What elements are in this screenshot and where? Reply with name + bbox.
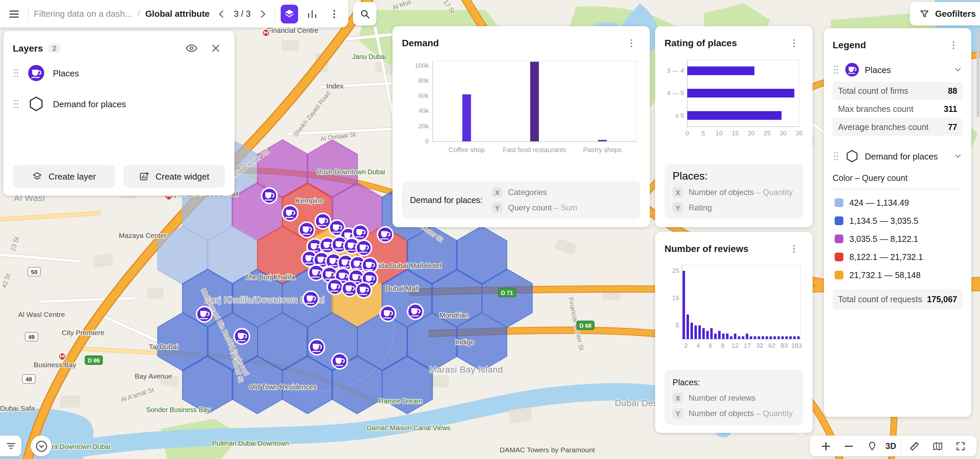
map-pin-tool-button[interactable] bbox=[862, 437, 881, 455]
create-widget-button[interactable]: Create widget bbox=[123, 165, 225, 188]
place-marker[interactable] bbox=[315, 214, 331, 229]
rating-bar[interactable] bbox=[687, 111, 782, 120]
breadcrumb-parent[interactable]: Filtering data on a dash... bbox=[34, 9, 132, 19]
reviews-bar[interactable] bbox=[762, 336, 764, 339]
zoom-out-button[interactable] bbox=[840, 437, 858, 455]
reviews-bar[interactable] bbox=[757, 336, 760, 339]
reviews-widget-menu-button[interactable] bbox=[784, 239, 803, 258]
reviews-bar[interactable] bbox=[797, 336, 799, 339]
reviews-bar[interactable] bbox=[702, 328, 705, 339]
place-marker[interactable] bbox=[327, 279, 343, 295]
fullscreen-button[interactable] bbox=[951, 437, 970, 455]
topbar-divider bbox=[275, 6, 276, 21]
reviews-bar[interactable] bbox=[722, 334, 724, 339]
place-marker[interactable] bbox=[356, 282, 371, 298]
reviews-bar[interactable] bbox=[726, 334, 729, 339]
reviews-bar[interactable] bbox=[746, 334, 748, 339]
prev-page-button[interactable] bbox=[215, 4, 228, 23]
more-options-button[interactable] bbox=[326, 4, 343, 23]
reviews-bar[interactable] bbox=[754, 336, 756, 339]
reviews-bar[interactable] bbox=[742, 336, 744, 339]
reviews-bar[interactable] bbox=[718, 331, 721, 339]
reviews-bar[interactable] bbox=[766, 336, 768, 339]
svg-text:4 — 5: 4 — 5 bbox=[667, 89, 684, 97]
reviews-widget-footer: Places: X Number of reviews Y Number of … bbox=[665, 370, 803, 425]
demand-widget-menu-button[interactable] bbox=[622, 33, 640, 52]
rating-bar[interactable] bbox=[687, 66, 754, 75]
hamburger-icon bbox=[8, 8, 20, 20]
reviews-bar[interactable] bbox=[710, 328, 713, 339]
close-layers-panel-button[interactable] bbox=[206, 39, 225, 57]
hamburger-menu-button[interactable] bbox=[5, 4, 22, 23]
place-marker[interactable] bbox=[332, 354, 347, 369]
rating-bar[interactable] bbox=[687, 89, 794, 97]
layer-item-demand-for-places[interactable]: Demand for places bbox=[13, 88, 225, 119]
place-marker[interactable] bbox=[234, 329, 250, 344]
drag-handle-icon[interactable] bbox=[833, 151, 839, 161]
reviews-bar[interactable] bbox=[777, 336, 780, 339]
create-layer-button[interactable]: Create layer bbox=[13, 165, 115, 188]
reviews-bar[interactable] bbox=[734, 334, 736, 339]
reviews-bar[interactable] bbox=[714, 334, 716, 339]
reviews-bar[interactable] bbox=[687, 315, 689, 339]
reviews-bar[interactable] bbox=[682, 271, 685, 339]
rating-widget-menu-button[interactable] bbox=[784, 33, 803, 52]
demand-widget-footer: Demand for places: X Categories Y Query … bbox=[402, 181, 640, 219]
place-marker[interactable] bbox=[197, 306, 212, 322]
svg-text:8: 8 bbox=[721, 342, 725, 349]
reviews-bar[interactable] bbox=[698, 325, 701, 339]
reviews-bar[interactable] bbox=[706, 331, 709, 339]
place-marker[interactable] bbox=[380, 306, 396, 321]
view-3d-button[interactable]: 3D bbox=[886, 441, 896, 451]
demand-bar[interactable] bbox=[462, 94, 471, 141]
toggle-all-visibility-button[interactable] bbox=[182, 39, 201, 57]
layers-toggle-button[interactable] bbox=[281, 4, 298, 23]
drag-handle-icon[interactable] bbox=[13, 99, 19, 109]
atlas-button[interactable] bbox=[928, 437, 947, 455]
place-marker[interactable] bbox=[407, 304, 423, 319]
reviews-bar[interactable] bbox=[793, 336, 795, 339]
place-marker[interactable] bbox=[342, 281, 357, 296]
place-marker[interactable] bbox=[299, 222, 315, 237]
reviews-bar[interactable] bbox=[730, 336, 732, 339]
reviews-bar[interactable] bbox=[770, 336, 772, 339]
map-filter-button[interactable] bbox=[0, 435, 21, 456]
layer-item-places[interactable]: Places bbox=[13, 57, 225, 88]
chevron-down-icon[interactable] bbox=[953, 151, 963, 161]
reviews-bar[interactable] bbox=[785, 336, 788, 339]
legend-section-demand[interactable]: Demand for places bbox=[833, 144, 963, 168]
widgets-button[interactable] bbox=[304, 4, 321, 23]
place-marker[interactable] bbox=[303, 291, 318, 306]
kebab-icon bbox=[788, 37, 799, 49]
place-marker[interactable] bbox=[309, 339, 325, 355]
reviews-bar[interactable] bbox=[781, 336, 784, 339]
place-marker[interactable] bbox=[282, 206, 298, 221]
geofilters-button[interactable]: Geofilters bbox=[910, 2, 980, 26]
drag-handle-icon[interactable] bbox=[833, 64, 839, 75]
reviews-bar[interactable] bbox=[773, 336, 776, 339]
drag-handle-icon[interactable] bbox=[13, 68, 19, 78]
place-marker[interactable] bbox=[262, 188, 277, 203]
demand-bar[interactable] bbox=[530, 62, 539, 141]
reviews-bar[interactable] bbox=[750, 336, 752, 339]
demand-bar[interactable] bbox=[598, 140, 607, 141]
zoom-in-button[interactable] bbox=[816, 437, 835, 455]
search-button[interactable] bbox=[353, 2, 377, 26]
place-marker[interactable] bbox=[356, 240, 371, 256]
svg-text:≥ 5: ≥ 5 bbox=[675, 112, 684, 119]
reviews-footer-label: Places: bbox=[673, 378, 700, 387]
reviews-bar[interactable] bbox=[738, 336, 740, 339]
next-page-button[interactable] bbox=[256, 4, 270, 23]
reviews-bar[interactable] bbox=[694, 325, 697, 339]
place-marker[interactable] bbox=[353, 225, 368, 240]
ruler-tool-button[interactable] bbox=[905, 437, 924, 455]
legend-menu-button[interactable] bbox=[944, 35, 963, 54]
reviews-bar[interactable] bbox=[690, 323, 693, 339]
collapse-button[interactable] bbox=[31, 435, 52, 456]
chevron-down-icon[interactable] bbox=[953, 65, 963, 74]
legend-section-places[interactable]: Places bbox=[833, 57, 963, 82]
svg-text:40k: 40k bbox=[418, 107, 429, 114]
place-marker[interactable] bbox=[377, 227, 393, 242]
scrollbar[interactable] bbox=[977, 30, 979, 117]
reviews-bar[interactable] bbox=[789, 336, 792, 339]
